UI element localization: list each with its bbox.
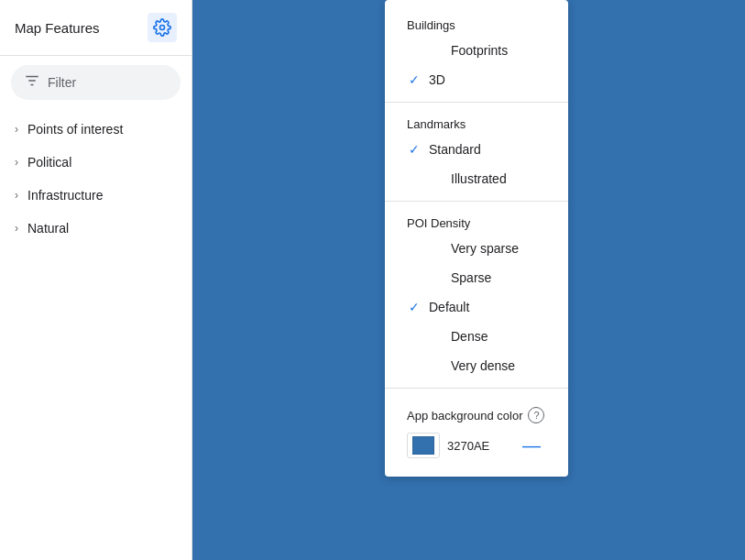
nav-item-natural[interactable]: › Natural: [0, 212, 192, 245]
filter-icon: [24, 72, 40, 93]
color-swatch-button[interactable]: [407, 433, 440, 458]
dropdown-item-3d[interactable]: ✓ 3D: [385, 65, 568, 94]
dropdown-item-footprints[interactable]: ✓ Footprints: [385, 36, 568, 65]
dropdown-label-sparse: Sparse: [451, 270, 491, 285]
help-symbol: ?: [533, 410, 539, 421]
dropdown-item-dense[interactable]: ✓ Dense: [385, 322, 568, 351]
svg-point-0: [160, 26, 165, 30]
dropdown-item-very-dense[interactable]: ✓ Very dense: [385, 351, 568, 380]
sidebar-title: Map Features: [15, 20, 100, 36]
dropdown-item-illustrated[interactable]: ✓ Illustrated: [385, 164, 568, 193]
sidebar: Map Features Filter › Points of interest…: [0, 0, 192, 560]
filter-bar[interactable]: Filter: [11, 65, 181, 100]
nav-arrow-infra: ›: [15, 189, 18, 202]
color-value-input[interactable]: [447, 439, 511, 453]
gear-icon: [153, 18, 171, 37]
dropdown-label-3d: 3D: [429, 72, 445, 87]
dropdown-label-standard: Standard: [429, 142, 481, 157]
section-title-landmarks: Landmarks: [385, 110, 568, 135]
color-row: —: [407, 433, 546, 458]
nav-label-infra: Infrastructure: [27, 188, 103, 203]
dropdown-label-very-dense: Very dense: [451, 358, 515, 373]
divider-2: [385, 201, 568, 202]
nav-item-poi[interactable]: › Points of interest: [0, 113, 192, 146]
nav-arrow-poi: ›: [15, 123, 18, 136]
sidebar-header: Map Features: [0, 0, 192, 56]
map-area: C Buildings ✓ Footprints ✓ 3D Landmarks …: [192, 0, 745, 560]
nav-label-political: Political: [27, 155, 71, 170]
nav-arrow-political: ›: [15, 156, 18, 169]
nav-item-infrastructure[interactable]: › Infrastructure: [0, 179, 192, 212]
nav-arrow-natural: ›: [15, 222, 18, 235]
dropdown-label-footprints: Footprints: [451, 43, 508, 58]
check-icon-standard: ✓: [407, 142, 422, 157]
divider-3: [385, 388, 568, 389]
help-icon[interactable]: ?: [528, 407, 544, 423]
dropdown-label-illustrated: Illustrated: [451, 171, 507, 186]
dropdown-panel: Buildings ✓ Footprints ✓ 3D Landmarks ✓ …: [385, 0, 568, 477]
dropdown-item-default[interactable]: ✓ Default: [385, 292, 568, 322]
section-title-buildings: Buildings: [385, 11, 568, 36]
color-label-text: App background color: [407, 409, 522, 423]
gear-button[interactable]: [148, 13, 177, 42]
dropdown-label-default: Default: [429, 300, 469, 314]
dropdown-label-dense: Dense: [451, 329, 488, 344]
dropdown-item-sparse[interactable]: ✓ Sparse: [385, 263, 568, 292]
color-section: App background color ? —: [385, 396, 568, 466]
nav-label-natural: Natural: [27, 221, 69, 236]
color-label-row: App background color ?: [407, 407, 546, 423]
dropdown-item-very-sparse[interactable]: ✓ Very sparse: [385, 234, 568, 263]
nav-label-poi: Points of interest: [27, 122, 123, 137]
check-icon-3d: ✓: [407, 72, 422, 87]
dropdown-label-very-sparse: Very sparse: [451, 241, 519, 256]
check-icon-default: ✓: [407, 300, 422, 314]
nav-item-political[interactable]: › Political: [0, 146, 192, 179]
dropdown-item-standard[interactable]: ✓ Standard: [385, 135, 568, 164]
color-swatch: [412, 436, 434, 455]
nav-list: › Points of interest › Political › Infra…: [0, 109, 192, 248]
divider-1: [385, 102, 568, 103]
color-remove-button[interactable]: —: [522, 436, 541, 455]
section-title-poi-density: POI Density: [385, 209, 568, 234]
filter-label: Filter: [48, 75, 76, 90]
